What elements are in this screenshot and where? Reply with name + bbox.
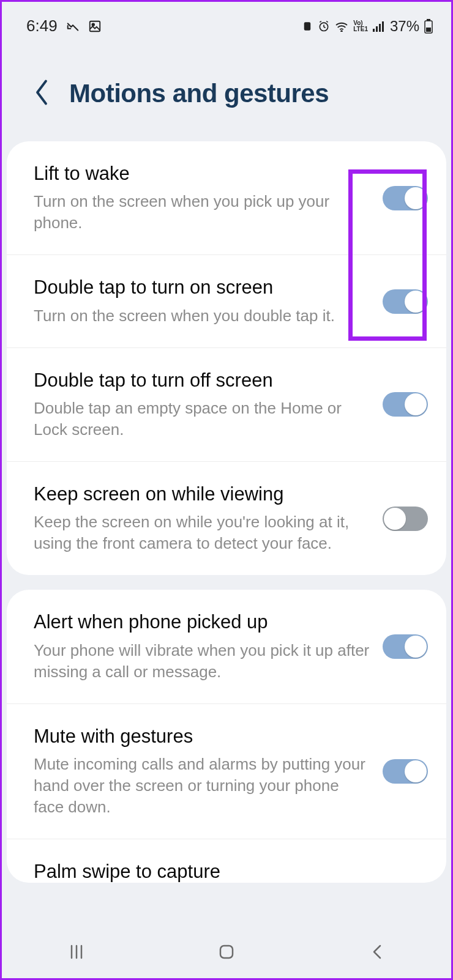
battery-percent: 37%: [390, 18, 419, 35]
alarm-icon: [318, 20, 330, 32]
setting-title: Mute with gestures: [34, 725, 370, 748]
setting-row-alert-picked-up[interactable]: Alert when phone picked up Your phone wi…: [7, 590, 446, 703]
setting-title: Lift to wake: [34, 162, 370, 185]
back-button[interactable]: [32, 78, 51, 109]
svg-rect-5: [373, 29, 375, 32]
svg-rect-15: [220, 946, 233, 958]
setting-title: Double tap to turn off screen: [34, 369, 370, 392]
svg-rect-11: [426, 28, 431, 32]
setting-title: Double tap to turn on screen: [34, 276, 370, 299]
setting-row-double-tap-on[interactable]: Double tap to turn on screen Turn on the…: [7, 255, 446, 347]
settings-card: Alert when phone picked up Your phone wi…: [7, 590, 446, 883]
setting-text: Alert when phone picked up Your phone wi…: [34, 611, 370, 682]
toggle-mute-gestures[interactable]: [383, 759, 428, 784]
statusbar-right: Vo)LTE1 37%: [302, 18, 433, 35]
svg-rect-6: [376, 26, 378, 32]
svg-point-1: [92, 23, 94, 26]
statusbar: 6:49 Vo)LTE1 37%: [2, 2, 451, 42]
toggle-keep-screen-on[interactable]: [383, 507, 428, 531]
status-time: 6:49: [26, 17, 58, 35]
android-navbar: [2, 926, 451, 978]
svg-rect-2: [304, 22, 311, 31]
settings-scroll[interactable]: Lift to wake Turn on the screen when you…: [2, 141, 451, 926]
setting-desc: Your phone will vibrate when you pick it…: [34, 640, 370, 683]
svg-rect-7: [379, 24, 381, 32]
setting-text: Keep screen on while viewing Keep the sc…: [34, 483, 370, 554]
setting-text: Palm swipe to capture: [34, 860, 428, 883]
setting-row-double-tap-off[interactable]: Double tap to turn off screen Double tap…: [7, 348, 446, 462]
setting-row-keep-screen-on[interactable]: Keep screen on while viewing Keep the sc…: [7, 462, 446, 575]
notif-icon: [302, 21, 313, 32]
setting-desc: Keep the screen on while you're looking …: [34, 511, 370, 554]
statusbar-left: 6:49: [26, 17, 102, 35]
setting-text: Double tap to turn on screen Turn on the…: [34, 276, 370, 326]
settings-card: Lift to wake Turn on the screen when you…: [7, 141, 446, 575]
wifi-icon: [335, 21, 348, 32]
toggle-alert-picked-up[interactable]: [383, 634, 428, 659]
setting-text: Mute with gestures Mute incoming calls a…: [34, 725, 370, 818]
svg-point-4: [341, 31, 342, 32]
gallery-icon: [88, 20, 102, 33]
setting-desc: Double tap an empty space on the Home or…: [34, 398, 370, 440]
page-title: Motions and gestures: [69, 79, 329, 108]
signal-icon: [373, 21, 385, 32]
setting-title: Keep screen on while viewing: [34, 483, 370, 505]
svg-rect-0: [89, 21, 100, 31]
volte-icon: Vo)LTE1: [353, 20, 368, 32]
setting-text: Lift to wake Turn on the screen when you…: [34, 162, 370, 234]
setting-row-palm-swipe[interactable]: Palm swipe to capture: [7, 839, 446, 883]
page-header: Motions and gestures: [2, 42, 451, 133]
setting-desc: Mute incoming calls and alarms by puttin…: [34, 754, 370, 818]
battery-icon: [424, 19, 433, 34]
nav-back-button[interactable]: [352, 937, 401, 967]
setting-row-lift-to-wake[interactable]: Lift to wake Turn on the screen when you…: [7, 141, 446, 255]
setting-row-mute-gestures[interactable]: Mute with gestures Mute incoming calls a…: [7, 704, 446, 839]
toggle-double-tap-on[interactable]: [383, 289, 428, 314]
svg-rect-8: [382, 21, 384, 32]
toggle-lift-to-wake[interactable]: [383, 186, 428, 210]
setting-desc: Turn on the screen when you double tap i…: [34, 305, 370, 327]
setting-title: Palm swipe to capture: [34, 860, 428, 883]
nav-home-button[interactable]: [202, 937, 251, 967]
setting-desc: Turn on the screen when you pick up your…: [34, 191, 370, 234]
toggle-double-tap-off[interactable]: [383, 392, 428, 417]
setting-title: Alert when phone picked up: [34, 611, 370, 633]
missed-call-icon: [66, 20, 80, 33]
nav-recents-button[interactable]: [52, 937, 101, 967]
setting-text: Double tap to turn off screen Double tap…: [34, 369, 370, 440]
